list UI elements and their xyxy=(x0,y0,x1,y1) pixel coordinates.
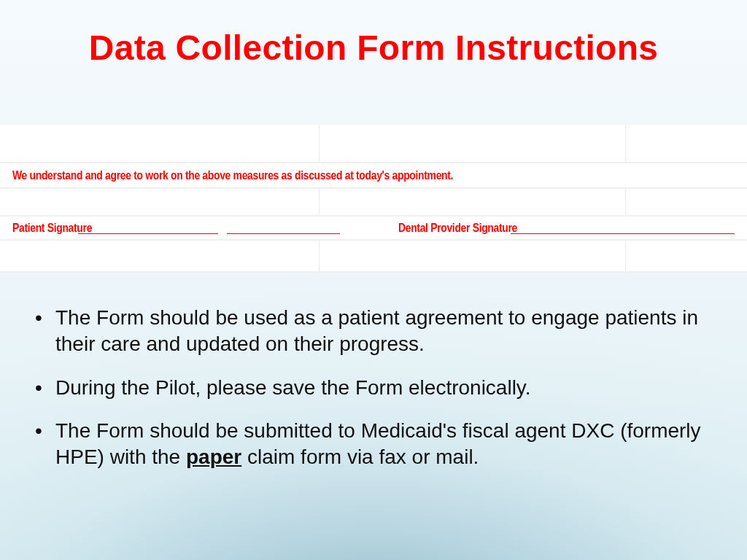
slide-title: Data Collection Form Instructions xyxy=(0,0,747,68)
bullet-item: The Form should be submitted to Medicaid… xyxy=(32,418,718,470)
grid-line xyxy=(319,125,320,163)
bullet-emphasis: paper xyxy=(186,446,241,468)
patient-signature-line xyxy=(78,233,218,234)
grid-line xyxy=(0,271,747,273)
dental-signature-line xyxy=(511,233,735,234)
grid-line xyxy=(0,215,747,217)
bullet-item: The Form should be used as a patient agr… xyxy=(32,305,718,357)
bullet-item: During the Pilot, please save the Form e… xyxy=(32,375,718,401)
grid-line xyxy=(625,241,626,271)
dental-signature-label: Dental Provider Signature xyxy=(398,221,517,236)
grid-line xyxy=(319,241,320,271)
grid-line xyxy=(0,162,747,163)
grid-line xyxy=(625,189,626,215)
grid-line xyxy=(625,125,626,163)
patient-signature-line-2 xyxy=(227,233,340,234)
agreement-statement: We understand and agree to work on the a… xyxy=(12,168,453,183)
grid-line xyxy=(319,189,320,215)
bullet-text-post: claim form via fax or mail. xyxy=(241,446,479,468)
grid-line xyxy=(0,187,747,189)
grid-line xyxy=(0,239,747,241)
bullet-list: The Form should be used as a patient agr… xyxy=(32,305,718,488)
form-snippet: We understand and agree to work on the a… xyxy=(0,125,747,273)
